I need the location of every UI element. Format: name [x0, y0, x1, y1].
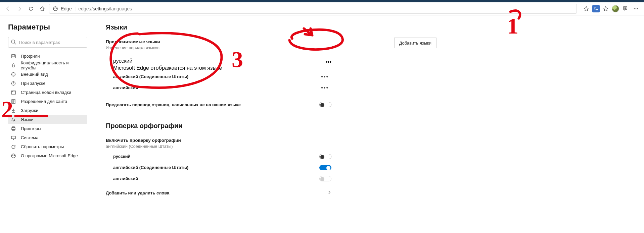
language-item: русский•••Microsoft Edge отображается на… [106, 56, 334, 71]
sidebar-item-label: О программе Microsoft Edge [21, 153, 78, 158]
add-remove-words-row[interactable]: Добавить или удалить слова [106, 187, 331, 198]
spell-language-toggle [319, 176, 331, 181]
sidebar-item-icon [11, 117, 16, 122]
refresh-icon[interactable] [26, 4, 36, 13]
language-sub: Microsoft Edge отображается на этом язык… [113, 65, 334, 71]
sidebar-item-icon [11, 72, 16, 77]
language-list: русский•••Microsoft Edge отображается на… [106, 56, 334, 93]
favorites-list-icon[interactable] [601, 4, 610, 13]
spell-language-name: русский [113, 154, 131, 159]
spellcheck-heading: Проверка орфографии [106, 122, 631, 130]
languages-heading: Языки [106, 23, 631, 31]
sidebar-item[interactable]: Система [8, 133, 87, 142]
sidebar-item-icon [11, 81, 16, 86]
sidebar-item-label: Загрузки [21, 108, 38, 113]
profile-avatar[interactable] [612, 5, 619, 12]
sidebar-search [8, 37, 87, 48]
sidebar-item[interactable]: Страница новой вкладки [8, 88, 87, 97]
sidebar-title: Параметры [8, 23, 87, 32]
edge-favicon-icon [53, 6, 58, 11]
svg-point-1 [625, 7, 626, 8]
sidebar-item-icon [11, 108, 16, 113]
browser-toolbar: Edge | edge://settings/languages [0, 2, 644, 15]
sidebar-item[interactable]: О программе Microsoft Edge [8, 151, 87, 160]
more-menu-icon[interactable] [631, 4, 641, 13]
preferred-languages-caption: Изменение порядка языков [106, 46, 334, 50]
svg-point-4 [637, 8, 638, 9]
language-item: английский (Соединенные Штаты)••• [106, 71, 331, 82]
feedback-icon[interactable] [620, 4, 630, 13]
forward-icon[interactable] [15, 4, 24, 13]
sidebar-item[interactable]: При запуске [8, 79, 87, 88]
sidebar-item-label: Конфиденциальность и службы [21, 60, 85, 70]
sidebar-item[interactable]: Профили [8, 52, 87, 61]
settings-sidebar: Параметры ПрофилиКонфиденциальность и сл… [0, 15, 92, 233]
preferred-languages-heading: Предпочитаемые языки [106, 39, 334, 44]
svg-point-3 [636, 8, 637, 9]
sidebar-item-icon [11, 99, 16, 104]
svg-point-5 [11, 40, 15, 43]
sidebar-item-label: Система [21, 135, 38, 140]
svg-point-10 [12, 73, 13, 74]
translate-icon[interactable] [592, 5, 600, 12]
spell-enable-caption: английский (Соединенные Штаты) [106, 144, 334, 149]
sidebar-item-label: Страница новой вкладки [21, 90, 71, 95]
search-icon [11, 39, 16, 45]
home-icon[interactable] [38, 4, 47, 13]
url-scheme: edge:// [78, 6, 93, 11]
offer-translate-label: Предлагать перевод страниц, написанных н… [106, 102, 241, 107]
sidebar-item[interactable]: Конфиденциальность и службы [8, 61, 87, 70]
sidebar-item-icon [11, 90, 16, 95]
language-more-icon[interactable]: ••• [321, 85, 329, 91]
chevron-right-icon [327, 190, 331, 196]
settings-page: Параметры ПрофилиКонфиденциальность и сл… [0, 15, 644, 233]
language-more-icon[interactable]: ••• [326, 59, 331, 65]
sidebar-item-label: Внешний вид [21, 72, 48, 77]
sidebar-item[interactable]: Сбросить параметры [8, 142, 87, 151]
sidebar-item[interactable]: Загрузки [8, 106, 87, 115]
svg-rect-8 [12, 65, 14, 67]
sidebar-item-label: При запуске [21, 81, 46, 86]
language-more-icon[interactable]: ••• [321, 74, 329, 80]
spellcheck-language-list: русскийанглийский (Соединенные Штаты)анг… [106, 151, 334, 184]
sidebar-item[interactable]: Разрешения для сайта [8, 97, 87, 106]
url-path-1: settings [93, 6, 109, 11]
address-site-name: Edge [61, 6, 72, 11]
language-name: русский [113, 58, 132, 64]
sidebar-item-icon [11, 63, 16, 68]
spell-language-item: русский [106, 151, 331, 162]
svg-rect-16 [12, 127, 14, 128]
sidebar-item-label: Разрешения для сайта [21, 99, 67, 104]
svg-point-7 [12, 56, 13, 57]
search-input[interactable] [8, 37, 87, 48]
spell-language-toggle[interactable] [319, 154, 331, 159]
add-languages-button[interactable]: Добавить языки [394, 38, 436, 48]
preferred-languages-block: Предпочитаемые языки Изменение порядка я… [106, 39, 334, 110]
address-separator: | [75, 6, 76, 11]
sidebar-item[interactable]: Принтеры [8, 124, 87, 133]
sidebar-item[interactable]: Языки [8, 115, 87, 124]
sidebar-item-icon [11, 153, 16, 159]
spellcheck-block: Включить проверку орфографии английский … [106, 138, 334, 198]
sidebar-item-icon [11, 144, 16, 150]
sidebar-nav: ПрофилиКонфиденциальность и службыВнешни… [8, 52, 87, 160]
back-icon[interactable] [3, 4, 13, 13]
spell-language-toggle[interactable] [319, 165, 331, 170]
svg-rect-18 [11, 136, 15, 139]
sidebar-item[interactable]: Внешний вид [8, 70, 87, 79]
settings-content: Языки Предпочитаемые языки Изменение пор… [92, 15, 644, 233]
svg-rect-13 [11, 91, 15, 94]
svg-point-2 [634, 8, 635, 9]
sidebar-item-icon [11, 135, 16, 140]
spell-language-name: английский (Соединенные Штаты) [113, 165, 188, 170]
spell-enable-label: Включить проверку орфографии [106, 138, 334, 143]
offer-translate-toggle[interactable] [319, 102, 331, 107]
language-name: английский [113, 85, 138, 90]
favorite-star-icon[interactable] [582, 4, 591, 13]
sidebar-item-icon [11, 54, 16, 59]
address-bar[interactable]: Edge | edge://settings/languages [49, 4, 577, 14]
spell-language-item: английский (Соединенные Штаты) [106, 162, 331, 173]
language-item: английский••• [106, 82, 331, 93]
svg-point-11 [14, 73, 14, 74]
add-remove-words-label: Добавить или удалить слова [106, 190, 169, 195]
